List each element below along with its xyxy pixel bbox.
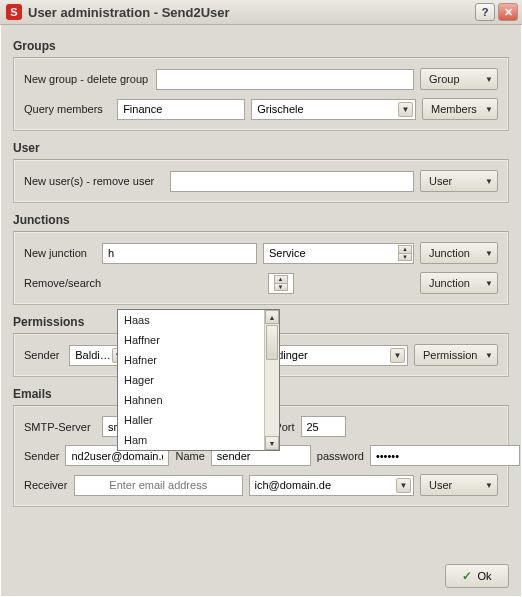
permission-button[interactable]: Permission ▼: [414, 344, 498, 366]
port-input[interactable]: [301, 416, 346, 437]
chevron-down-icon: ▼: [485, 75, 493, 84]
sender-email-label: Sender: [24, 450, 59, 462]
service-spinner[interactable]: Service ▲▼: [263, 243, 414, 264]
junctions-panel: New junction Service ▲▼ Junction ▼ Remov…: [13, 231, 509, 305]
list-item[interactable]: Hahnen: [118, 390, 264, 410]
chevron-down-icon: ▼: [485, 481, 493, 490]
receiver-combo-value: ich@domain.de: [255, 479, 332, 491]
chevron-down-icon: ▼: [390, 348, 405, 363]
scroll-thumb[interactable]: [266, 325, 278, 360]
remove-search-label: Remove/search: [24, 277, 96, 289]
list-item[interactable]: Haller: [118, 410, 264, 430]
group-button[interactable]: Group ▼: [420, 68, 498, 90]
section-user-label: User: [13, 141, 509, 155]
list-item[interactable]: Ham: [118, 430, 264, 450]
groups-panel: New group - delete group Group ▼ Query m…: [13, 57, 509, 131]
receiver-label: Receiver: [24, 479, 68, 491]
new-user-input[interactable]: [170, 171, 414, 192]
list-item[interactable]: Haas: [118, 310, 264, 330]
chevron-down-icon: ▼: [485, 279, 493, 288]
junction-button-1-label: Junction: [429, 247, 470, 259]
list-item[interactable]: Hafner: [118, 350, 264, 370]
list-item[interactable]: Haffner: [118, 330, 264, 350]
query-members-input[interactable]: [117, 99, 245, 120]
user-panel: New user(s) - remove user User ▼: [13, 159, 509, 203]
sender-perm-label: Sender: [24, 349, 63, 361]
new-junction-label: New junction: [24, 247, 96, 259]
password-input[interactable]: [370, 445, 520, 466]
ok-button[interactable]: ✓ Ok: [445, 564, 509, 588]
section-groups-label: Groups: [13, 39, 509, 53]
receiver-input[interactable]: [74, 475, 243, 496]
smtp-label: SMTP-Server: [24, 421, 96, 433]
close-button[interactable]: ✕: [498, 3, 518, 21]
member-select-value: Grischele: [257, 103, 303, 115]
ok-button-label: Ok: [477, 570, 491, 582]
check-icon: ✓: [462, 569, 472, 583]
chevron-down-icon: ▼: [485, 351, 493, 360]
group-button-label: Group: [429, 73, 460, 85]
user-button[interactable]: User ▼: [420, 170, 498, 192]
member-select[interactable]: Grischele ▼: [251, 99, 416, 120]
section-junctions-label: Junctions: [13, 213, 509, 227]
close-icon: ✕: [504, 6, 513, 19]
help-button[interactable]: ?: [475, 3, 495, 21]
chevron-down-icon: ▼: [398, 102, 413, 117]
chevron-down-icon: ▼: [396, 478, 411, 493]
permission-button-label: Permission: [423, 349, 477, 361]
receiver-combo[interactable]: ich@domain.de ▼: [249, 475, 415, 496]
window-body: Groups New group - delete group Group ▼ …: [0, 25, 522, 597]
email-user-button-label: User: [429, 479, 452, 491]
new-junction-input[interactable]: [102, 243, 257, 264]
window-title: User administration - Send2User: [28, 5, 230, 20]
email-user-button[interactable]: User ▼: [420, 474, 498, 496]
app-icon: S: [6, 4, 22, 20]
titlebar: S User administration - Send2User ? ✕: [0, 0, 522, 25]
name-label: Name: [175, 450, 204, 462]
junction-button-2[interactable]: Junction ▼: [420, 272, 498, 294]
password-label: password: [317, 450, 364, 462]
chevron-down-icon: ▼: [485, 249, 493, 258]
remove-search-spinner[interactable]: ▲▼: [268, 273, 294, 294]
scroll-up-icon[interactable]: ▲: [265, 310, 279, 324]
chevron-down-icon: ▼: [485, 177, 493, 186]
new-group-input[interactable]: [156, 69, 414, 90]
user-button-label: User: [429, 175, 452, 187]
query-members-label: Query members: [24, 103, 111, 115]
new-group-label: New group - delete group: [24, 73, 150, 85]
members-button-label: Members: [431, 103, 477, 115]
new-user-label: New user(s) - remove user: [24, 175, 164, 187]
junction-button-1[interactable]: Junction ▼: [420, 242, 498, 264]
junction-autocomplete-list[interactable]: Haas Haffner Hafner Hager Hahnen Haller …: [117, 309, 280, 451]
sender-perm-combo-value: Baldinger: [75, 349, 112, 361]
chevron-down-icon: ▼: [485, 105, 493, 114]
list-item[interactable]: Hager: [118, 370, 264, 390]
scrollbar[interactable]: ▲ ▼: [264, 310, 279, 450]
service-spinner-value: Service: [269, 247, 398, 259]
junction-button-2-label: Junction: [429, 277, 470, 289]
scroll-down-icon[interactable]: ▼: [265, 436, 279, 450]
members-button[interactable]: Members ▼: [422, 98, 498, 120]
